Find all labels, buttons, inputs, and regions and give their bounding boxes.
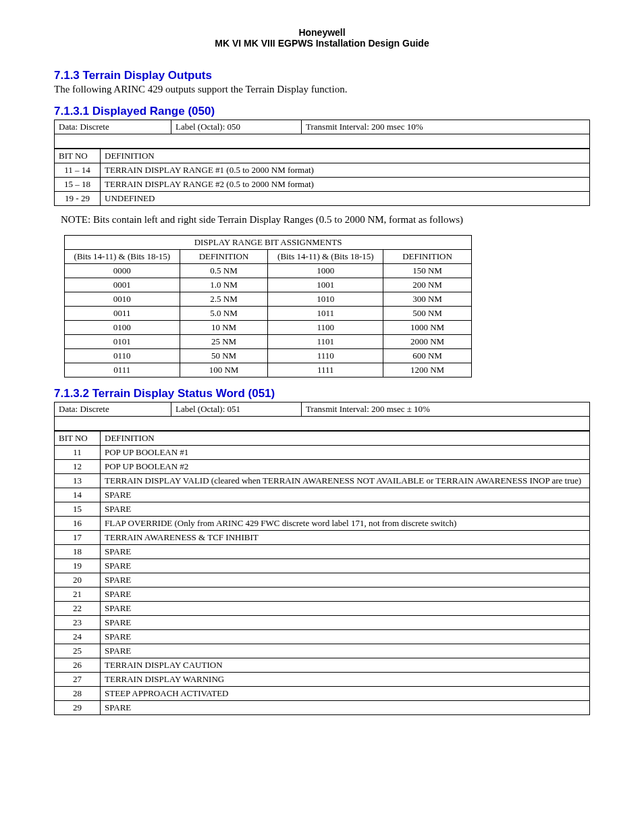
cell-bit: 18 [55, 545, 101, 559]
cell-data: Data: Discrete [55, 402, 171, 417]
cell-def: SPARE [101, 630, 590, 644]
cell-bit: 29 [55, 701, 101, 715]
cell: 1001 [268, 278, 383, 292]
table-row: 21 SPARE [55, 588, 590, 602]
cell-bit: 11 [55, 446, 101, 460]
table-row: 25 SPARE [55, 644, 590, 658]
table-row: 13TERRAIN DISPLAY VALID (cleared when TE… [55, 474, 590, 488]
cell: 200 NM [383, 278, 472, 292]
cell-def: TERRAIN AWARENESS & TCF INHIBIT [101, 531, 590, 545]
cell: 0001 [65, 278, 180, 292]
cell: 0000 [65, 264, 180, 278]
cell: 1.0 NM [180, 278, 268, 292]
cell-def: STEEP APPROACH ACTIVATED [101, 687, 590, 701]
cell: 0011 [65, 307, 180, 321]
cell-bit: 13 [55, 474, 101, 488]
table-row: 16FLAP OVERRIDE (Only from ARINC 429 FWC… [55, 517, 590, 531]
cell-empty [55, 134, 590, 149]
table-row: 11POP UP BOOLEAN #1 [55, 446, 590, 460]
hdr-def: DEFINITION [180, 250, 268, 264]
cell: 25 NM [180, 335, 268, 349]
hdr-bit: BIT NO [55, 432, 101, 446]
cell: 0101 [65, 335, 180, 349]
table-row: 19 SPARE [55, 559, 590, 573]
cell: 50 NM [180, 349, 268, 363]
table-row: 28STEEP APPROACH ACTIVATED [55, 687, 590, 701]
table-row: Data: Discrete Label (Octal): 051 Transm… [55, 402, 590, 417]
table-row: 20 SPARE [55, 573, 590, 588]
cell: 500 NM [383, 307, 472, 321]
cell-bit: 23 [55, 616, 101, 630]
cell-bit: 22 [55, 602, 101, 616]
cell: 5.0 NM [180, 307, 268, 321]
cell-label: Label (Octal): 050 [171, 120, 302, 134]
table-row: 0111100 NM11111200 NM [65, 363, 472, 377]
cell: 0.5 NM [180, 264, 268, 278]
table-row [55, 417, 590, 431]
cell-bit: 20 [55, 573, 101, 588]
cell-bit: 19 - 29 [55, 192, 101, 206]
cell-bit: 21 [55, 588, 101, 602]
cell: 300 NM [383, 292, 472, 307]
cell-bit: 12 [55, 460, 101, 474]
cell-def: SPARE [101, 588, 590, 602]
cell-def: SPARE [101, 502, 590, 517]
hdr-bits: (Bits 14-11) & (Bits 18-15) [65, 250, 180, 264]
cell: 0111 [65, 363, 180, 377]
cell-def: TERRAIN DISPLAY CAUTION [101, 658, 590, 673]
cell-def: POP UP BOOLEAN #1 [101, 446, 590, 460]
table-051-bits: BIT NO DEFINITION 11POP UP BOOLEAN #112P… [54, 431, 590, 715]
table-row: 11 – 14 TERRAIN DISPLAY RANGE #1 (0.5 to… [55, 163, 590, 178]
cell-bit: 14 [55, 488, 101, 502]
cell: 1000 NM [383, 321, 472, 335]
table-row: 23 SPARE [55, 616, 590, 630]
cell-def: TERRAIN DISPLAY VALID (cleared when TERR… [101, 474, 590, 488]
table-row: 26TERRAIN DISPLAY CAUTION [55, 658, 590, 673]
cell-bit: 28 [55, 687, 101, 701]
table-row: BIT NO DEFINITION [55, 149, 590, 163]
cell-def: SPARE [101, 602, 590, 616]
table-row [55, 134, 590, 149]
cell-def: SPARE [101, 644, 590, 658]
cell-def: SPARE [101, 545, 590, 559]
cell: 1110 [268, 349, 383, 363]
hdr-bit: BIT NO [55, 149, 101, 163]
cell-def: SPARE [101, 701, 590, 715]
table-050-bits: BIT NO DEFINITION 11 – 14 TERRAIN DISPLA… [54, 149, 590, 206]
table-row: 010125 NM11012000 NM [65, 335, 472, 349]
table-row: 17TERRAIN AWARENESS & TCF INHIBIT [55, 531, 590, 545]
cell: 1200 NM [383, 363, 472, 377]
header-line2: MK VI MK VIII EGPWS Installation Design … [54, 38, 590, 49]
cell: 1010 [268, 292, 383, 307]
cell-def: SPARE [101, 616, 590, 630]
table-row: 15 SPARE [55, 502, 590, 517]
hdr-def: DEFINITION [383, 250, 472, 264]
hdr-def: DEFINITION [101, 432, 590, 446]
cell-bit: 15 – 18 [55, 178, 101, 192]
cell: 0100 [65, 321, 180, 335]
cell-def: SPARE [101, 573, 590, 588]
heading-7-1-3: 7.1.3 Terrain Display Outputs [54, 69, 590, 82]
cell: 2.5 NM [180, 292, 268, 307]
cell-bit: 26 [55, 658, 101, 673]
table-row: 12POP UP BOOLEAN #2 [55, 460, 590, 474]
cell-bit: 11 – 14 [55, 163, 101, 178]
cell: 600 NM [383, 349, 472, 363]
cell: 0010 [65, 292, 180, 307]
cell-bit: 25 [55, 644, 101, 658]
cell-def: SPARE [101, 559, 590, 573]
cell-data: Data: Discrete [55, 120, 171, 134]
table-row: 011050 NM1110600 NM [65, 349, 472, 363]
cell-bit: 19 [55, 559, 101, 573]
cell: 100 NM [180, 363, 268, 377]
table-row: BIT NO DEFINITION [55, 432, 590, 446]
cell: 0110 [65, 349, 180, 363]
cell: 1011 [268, 307, 383, 321]
cell-bit: 17 [55, 531, 101, 545]
cell-bit: 16 [55, 517, 101, 531]
cell-tx: Transmit Interval: 200 msec ± 10% [302, 402, 590, 417]
hdr-def: DEFINITION [101, 149, 590, 163]
cell-def: SPARE [101, 488, 590, 502]
cell-bit: 27 [55, 673, 101, 687]
cell-def: POP UP BOOLEAN #2 [101, 460, 590, 474]
